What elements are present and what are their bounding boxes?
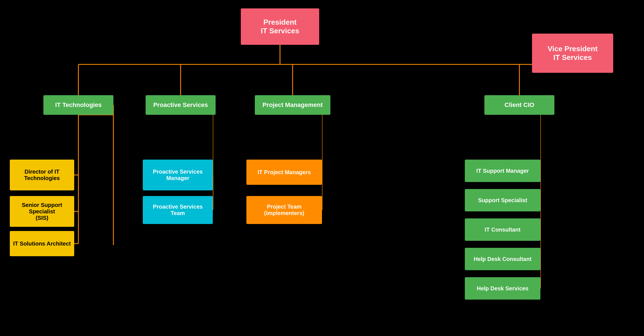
vp-node: Vice PresidentIT Services (532, 34, 613, 73)
proactive-mgr-node: Proactive ServicesManager (143, 160, 213, 190)
proactive-team-node: Proactive ServicesTeam (143, 196, 213, 224)
it-support-mgr-node: IT Support Manager (465, 160, 540, 182)
proactive-services-node: Proactive Services (146, 95, 216, 115)
help-desk-services-node: Help Desk Services (465, 277, 540, 300)
project-management-node: Project Management (255, 95, 330, 115)
president-node: PresidentIT Services (241, 8, 319, 45)
dir-it-tech-node: Director of ITTechnologies (10, 160, 74, 190)
client-cio-node: Client CIO (484, 95, 554, 115)
it-solutions-architect-node: IT Solutions Architect (10, 231, 74, 256)
help-desk-consultant-node: Help Desk Consultant (465, 248, 540, 270)
it-project-mgrs-node: IT Project Managers (246, 160, 322, 185)
senior-support-node: Senior SupportSpecialist(SIS) (10, 196, 74, 227)
it-technologies-node: IT Technologies (43, 95, 113, 115)
it-consultant-node: IT Consultant (465, 218, 540, 241)
org-chart: PresidentIT Services Vice PresidentIT Se… (0, 0, 644, 336)
support-specialist-node: Support Specialist (465, 189, 540, 211)
project-team-node: Project Team(implementers) (246, 196, 322, 224)
